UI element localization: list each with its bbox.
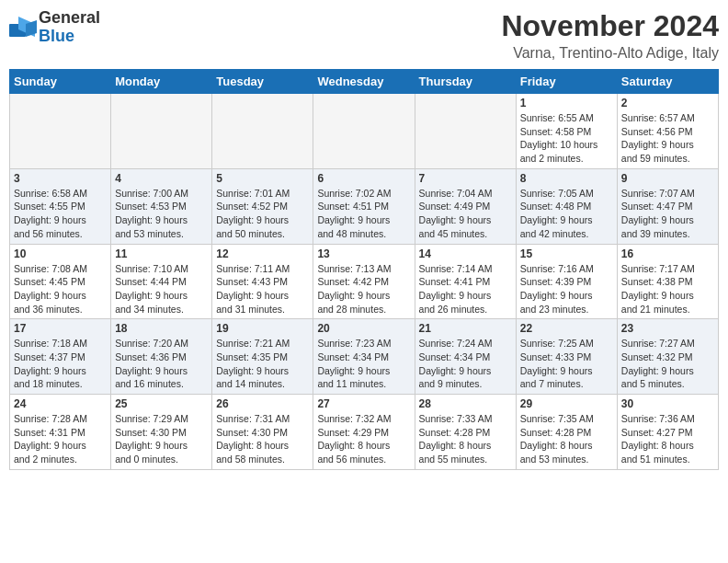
calendar-cell: 28Sunrise: 7:33 AM Sunset: 4:28 PM Dayli… [415,395,516,470]
day-number: 20 [317,322,410,335]
day-info: Sunrise: 7:18 AM Sunset: 4:37 PM Dayligh… [14,337,107,391]
weekday-header-sunday: Sunday [10,70,111,94]
calendar-cell: 6Sunrise: 7:02 AM Sunset: 4:51 PM Daylig… [313,168,415,244]
day-number: 12 [216,247,309,260]
day-number: 8 [520,172,613,185]
day-info: Sunrise: 7:31 AM Sunset: 4:30 PM Dayligh… [216,412,309,466]
day-info: Sunrise: 7:14 AM Sunset: 4:41 PM Dayligh… [419,262,512,316]
day-info: Sunrise: 6:57 AM Sunset: 4:56 PM Dayligh… [621,111,714,166]
day-number: 9 [621,172,714,185]
day-info: Sunrise: 7:13 AM Sunset: 4:42 PM Dayligh… [317,262,410,316]
day-info: Sunrise: 7:00 AM Sunset: 4:53 PM Dayligh… [115,187,208,241]
day-info: Sunrise: 7:16 AM Sunset: 4:39 PM Dayligh… [520,262,613,316]
day-number: 16 [621,247,714,260]
calendar-cell: 1Sunrise: 6:55 AM Sunset: 4:58 PM Daylig… [516,94,617,169]
calendar-cell: 20Sunrise: 7:23 AM Sunset: 4:34 PM Dayli… [313,319,415,395]
day-number: 22 [520,322,613,335]
day-info: Sunrise: 7:36 AM Sunset: 4:27 PM Dayligh… [621,412,714,466]
day-info: Sunrise: 7:04 AM Sunset: 4:49 PM Dayligh… [419,187,512,241]
day-info: Sunrise: 7:17 AM Sunset: 4:38 PM Dayligh… [621,262,714,316]
day-info: Sunrise: 6:58 AM Sunset: 4:55 PM Dayligh… [14,187,107,241]
calendar-cell: 13Sunrise: 7:13 AM Sunset: 4:42 PM Dayli… [313,244,415,319]
calendar-cell: 30Sunrise: 7:36 AM Sunset: 4:27 PM Dayli… [617,395,718,470]
day-info: Sunrise: 7:32 AM Sunset: 4:29 PM Dayligh… [317,412,410,466]
calendar-cell [313,94,415,169]
calendar-cell: 16Sunrise: 7:17 AM Sunset: 4:38 PM Dayli… [617,244,718,319]
day-info: Sunrise: 7:25 AM Sunset: 4:33 PM Dayligh… [520,337,613,391]
calendar-cell: 9Sunrise: 7:07 AM Sunset: 4:47 PM Daylig… [617,168,718,244]
weekday-header-thursday: Thursday [415,70,516,94]
day-info: Sunrise: 7:08 AM Sunset: 4:45 PM Dayligh… [14,262,107,316]
calendar-cell: 27Sunrise: 7:32 AM Sunset: 4:29 PM Dayli… [313,395,415,470]
day-number: 18 [115,322,208,335]
day-number: 27 [317,397,410,410]
location-title: Varna, Trentino-Alto Adige, Italy [501,45,719,62]
logo-text: General Blue [39,8,100,45]
day-number: 15 [520,247,613,260]
calendar-cell: 24Sunrise: 7:28 AM Sunset: 4:31 PM Dayli… [10,395,111,470]
day-number: 25 [115,397,208,410]
calendar-cell: 10Sunrise: 7:08 AM Sunset: 4:45 PM Dayli… [10,244,111,319]
day-info: Sunrise: 7:35 AM Sunset: 4:28 PM Dayligh… [520,412,613,466]
day-info: Sunrise: 7:23 AM Sunset: 4:34 PM Dayligh… [317,337,410,391]
day-info: Sunrise: 7:29 AM Sunset: 4:30 PM Dayligh… [115,412,208,466]
day-number: 23 [621,322,714,335]
day-number: 3 [14,172,107,185]
calendar-cell: 3Sunrise: 6:58 AM Sunset: 4:55 PM Daylig… [10,168,111,244]
weekday-header-friday: Friday [516,70,617,94]
calendar-cell: 21Sunrise: 7:24 AM Sunset: 4:34 PM Dayli… [415,319,516,395]
day-info: Sunrise: 7:24 AM Sunset: 4:34 PM Dayligh… [419,337,512,391]
calendar-cell: 22Sunrise: 7:25 AM Sunset: 4:33 PM Dayli… [516,319,617,395]
day-number: 26 [216,397,309,410]
calendar-cell: 14Sunrise: 7:14 AM Sunset: 4:41 PM Dayli… [415,244,516,319]
day-number: 19 [216,322,309,335]
day-number: 6 [317,172,410,185]
day-number: 7 [419,172,512,185]
day-number: 1 [520,97,613,109]
calendar-cell [10,94,111,169]
calendar-cell: 17Sunrise: 7:18 AM Sunset: 4:37 PM Dayli… [10,319,111,395]
calendar-week-row: 10Sunrise: 7:08 AM Sunset: 4:45 PM Dayli… [10,244,719,319]
calendar-cell: 19Sunrise: 7:21 AM Sunset: 4:35 PM Dayli… [212,319,313,395]
day-number: 28 [419,397,512,410]
day-info: Sunrise: 7:27 AM Sunset: 4:32 PM Dayligh… [621,337,714,391]
weekday-header-monday: Monday [111,70,212,94]
calendar-cell [212,94,313,169]
calendar-cell: 7Sunrise: 7:04 AM Sunset: 4:49 PM Daylig… [415,168,516,244]
day-number: 17 [14,322,107,335]
calendar-cell: 4Sunrise: 7:00 AM Sunset: 4:53 PM Daylig… [111,168,212,244]
day-number: 14 [419,247,512,260]
weekday-header-row: SundayMondayTuesdayWednesdayThursdayFrid… [10,70,719,94]
day-number: 5 [216,172,309,185]
month-title: November 2024 [501,9,719,43]
day-info: Sunrise: 7:02 AM Sunset: 4:51 PM Dayligh… [317,187,410,241]
calendar-cell: 26Sunrise: 7:31 AM Sunset: 4:30 PM Dayli… [212,395,313,470]
page-header: General Blue November 2024 Varna, Trenti… [9,9,719,62]
calendar-cell: 2Sunrise: 6:57 AM Sunset: 4:56 PM Daylig… [617,94,718,169]
day-info: Sunrise: 7:33 AM Sunset: 4:28 PM Dayligh… [419,412,512,466]
calendar-cell: 29Sunrise: 7:35 AM Sunset: 4:28 PM Dayli… [516,395,617,470]
day-info: Sunrise: 7:10 AM Sunset: 4:44 PM Dayligh… [115,262,208,316]
logo: General Blue [9,9,100,46]
calendar-cell: 23Sunrise: 7:27 AM Sunset: 4:32 PM Dayli… [617,319,718,395]
calendar-week-row: 17Sunrise: 7:18 AM Sunset: 4:37 PM Dayli… [10,319,719,395]
day-number: 21 [419,322,512,335]
calendar-cell: 8Sunrise: 7:05 AM Sunset: 4:48 PM Daylig… [516,168,617,244]
calendar-cell: 12Sunrise: 7:11 AM Sunset: 4:43 PM Dayli… [212,244,313,319]
day-info: Sunrise: 7:05 AM Sunset: 4:48 PM Dayligh… [520,187,613,241]
day-info: Sunrise: 7:01 AM Sunset: 4:52 PM Dayligh… [216,187,309,241]
title-area: November 2024 Varna, Trentino-Alto Adige… [501,9,719,62]
weekday-header-wednesday: Wednesday [313,70,415,94]
calendar-cell: 15Sunrise: 7:16 AM Sunset: 4:39 PM Dayli… [516,244,617,319]
day-info: Sunrise: 6:55 AM Sunset: 4:58 PM Dayligh… [520,111,613,166]
calendar-cell [415,94,516,169]
calendar-cell [111,94,212,169]
weekday-header-saturday: Saturday [617,70,718,94]
day-number: 10 [14,247,107,260]
calendar-week-row: 24Sunrise: 7:28 AM Sunset: 4:31 PM Dayli… [10,395,719,470]
calendar-cell: 18Sunrise: 7:20 AM Sunset: 4:36 PM Dayli… [111,319,212,395]
logo-icon [9,17,37,39]
calendar-cell: 11Sunrise: 7:10 AM Sunset: 4:44 PM Dayli… [111,244,212,319]
day-number: 24 [14,397,107,410]
calendar-week-row: 3Sunrise: 6:58 AM Sunset: 4:55 PM Daylig… [10,168,719,244]
